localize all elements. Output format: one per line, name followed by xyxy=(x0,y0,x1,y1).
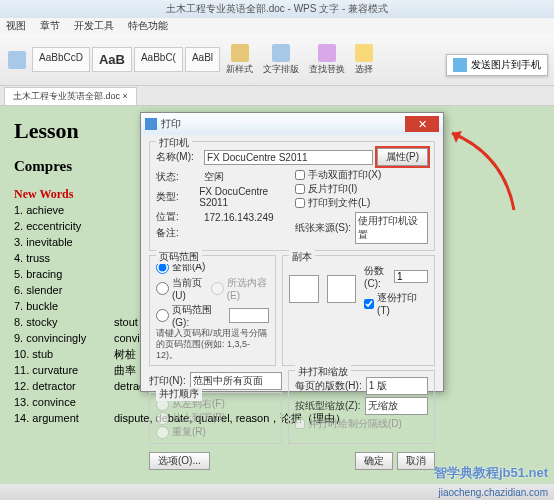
properties-button[interactable]: 属性(P) xyxy=(377,148,428,166)
word-num: 2. eccentricity xyxy=(14,218,114,234)
word-num: 12. detractor xyxy=(14,378,114,394)
select-btn[interactable]: 选择 xyxy=(351,42,377,78)
menu-item[interactable]: 视图 xyxy=(6,19,26,33)
word-num: 10. stub xyxy=(14,346,114,362)
pages-input[interactable] xyxy=(229,308,269,323)
tool-icon xyxy=(8,51,26,69)
word-num: 13. convince xyxy=(14,394,114,410)
style-gallery[interactable]: AaBbCcD AaB AaBbC( AaBl xyxy=(32,47,220,72)
find-replace-btn[interactable]: 查找替换 xyxy=(305,42,349,78)
word-num: 3. inevitable xyxy=(14,234,114,250)
word-num: 5. bracing xyxy=(14,266,114,282)
collate-checkbox[interactable]: 逐份打印(T) xyxy=(364,291,428,316)
pages-per-sheet-select[interactable]: 1 版 xyxy=(366,377,428,395)
reverse-checkbox[interactable]: 反片打印(I) xyxy=(295,182,428,196)
send-pic-button[interactable]: 发送图片到手机 xyxy=(446,54,548,76)
paper-source-select[interactable]: 使用打印机设置 xyxy=(355,212,428,244)
order-fieldset: 并打顺序 从左到右(F) 从上到下(B) 重复(R) xyxy=(149,392,282,444)
layout-icon xyxy=(272,44,290,62)
close-button[interactable]: ✕ xyxy=(405,116,439,132)
word-num: 9. convincingly xyxy=(14,330,114,346)
options-button[interactable]: 选项(O)... xyxy=(149,452,210,470)
tofile-checkbox[interactable]: 打印到文件(L) xyxy=(295,196,428,210)
watermark: 智学典教程jb51.net xyxy=(434,464,548,482)
collate-icon xyxy=(289,275,318,303)
print-dialog: 打印 ✕ 打印机 名称(M): FX DocuCentre S2011 属性(P… xyxy=(140,112,444,392)
ribbon-btn[interactable] xyxy=(4,49,30,71)
printer-select[interactable]: FX DocuCentre S2011 xyxy=(204,150,373,165)
style-preview[interactable]: AaBbC( xyxy=(134,47,183,72)
range-sel-radio: 所选内容(E) xyxy=(211,276,270,301)
style-preview[interactable]: AaB xyxy=(92,47,132,72)
duplex-checkbox[interactable]: 手动双面打印(X) xyxy=(295,168,428,182)
word-num: 14. argument xyxy=(14,410,114,426)
wps-icon xyxy=(145,118,157,130)
range-fieldset: 页码范围 全部(A) 当前页(U) 所选内容(E) 页码范围(G): 请键入页码… xyxy=(149,255,276,366)
printer-fieldset: 打印机 名称(M): FX DocuCentre S2011 属性(P) 状态:… xyxy=(149,141,435,251)
tab-bar: 土木工程专业英语全部.doc × xyxy=(0,86,554,106)
ok-button[interactable]: 确定 xyxy=(355,452,393,470)
style-icon xyxy=(231,44,249,62)
print-what-select[interactable]: 范围中所有页面 xyxy=(190,372,282,390)
word-num: 7. buckle xyxy=(14,298,114,314)
new-style-btn[interactable]: 新样式 xyxy=(222,42,257,78)
copies-fieldset: 副本 份数(C): 逐份打印(T) xyxy=(282,255,435,366)
doc-title: 土木工程专业英语全部.doc - WPS 文字 - 兼容模式 xyxy=(166,2,388,16)
watermark-url: jiaocheng.chazidian.com xyxy=(438,487,548,498)
word-def: stout xyxy=(114,314,138,330)
scale-fieldset: 并打和缩放 每页的版数(H):1 版 按纸型缩放(Z):无缩放 并打时绘制分隔线… xyxy=(288,370,435,444)
menu-item[interactable]: 开发工具 xyxy=(74,19,114,33)
range-pages-radio[interactable]: 页码范围(G): xyxy=(156,303,269,328)
dialog-title: 打印 xyxy=(161,117,181,131)
doc-tab[interactable]: 土木工程专业英语全部.doc × xyxy=(4,87,137,105)
name-label: 名称(M): xyxy=(156,150,200,164)
word-num: 8. stocky xyxy=(14,314,114,330)
scale-select[interactable]: 无缩放 xyxy=(365,397,428,415)
menu-item[interactable]: 特色功能 xyxy=(128,19,168,33)
titlebar: 土木工程专业英语全部.doc - WPS 文字 - 兼容模式 xyxy=(0,0,554,18)
phone-icon xyxy=(453,58,467,72)
menubar: 视图 章节 开发工具 特色功能 xyxy=(0,18,554,34)
copies-input[interactable] xyxy=(394,270,428,283)
text-layout-btn[interactable]: 文字排版 xyxy=(259,42,303,78)
range-current-radio[interactable]: 当前页(U) xyxy=(156,276,207,301)
select-icon xyxy=(355,44,373,62)
collate-icon xyxy=(327,275,356,303)
word-num: 11. curvature xyxy=(14,362,114,378)
word-num: 6. slender xyxy=(14,282,114,298)
dialog-titlebar[interactable]: 打印 ✕ xyxy=(141,113,443,135)
cancel-button[interactable]: 取消 xyxy=(397,452,435,470)
word-num: 1. achieve xyxy=(14,202,114,218)
menu-item[interactable]: 章节 xyxy=(40,19,60,33)
style-preview[interactable]: AaBbCcD xyxy=(32,47,90,72)
word-num: 4. truss xyxy=(14,250,114,266)
find-icon xyxy=(318,44,336,62)
style-preview[interactable]: AaBl xyxy=(185,47,220,72)
